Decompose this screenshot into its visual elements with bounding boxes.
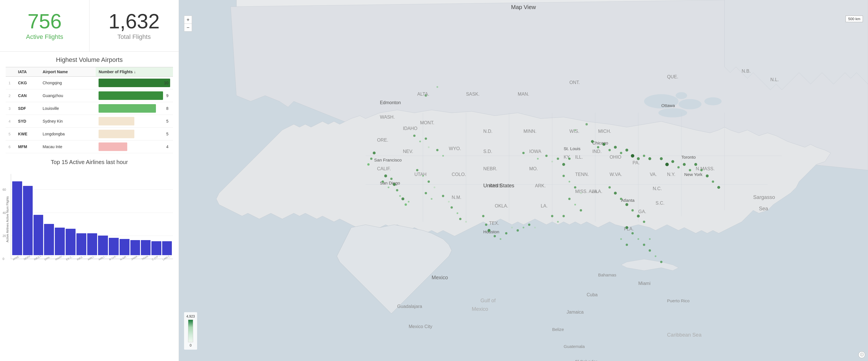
list-item: N AIRLI... [120,174,129,259]
zoom-out-button[interactable]: − [184,24,192,32]
svg-point-113 [431,198,433,200]
svg-point-106 [436,149,438,151]
row-number: 4 [6,115,16,128]
row-iata: SYD [16,115,40,128]
svg-point-166 [717,186,720,189]
svg-point-105 [428,146,430,148]
svg-point-135 [557,158,559,160]
table-row: 1 CKG Chongqing 10 [6,77,173,89]
svg-text:St. Louis: St. Louis [564,146,581,151]
svg-text:UTAH: UTAH [414,172,427,177]
bar-column [33,215,43,255]
svg-text:Guatemala: Guatemala [564,344,585,349]
col-iata-header: IATA [16,67,40,77]
row-flights-bar: 9 [96,89,173,102]
map-scale-label: 500 km [845,15,863,22]
svg-text:NEV.: NEV. [403,149,413,154]
svg-point-153 [637,157,640,160]
svg-text:TENN.: TENN. [575,172,589,177]
bar-column [12,182,22,255]
row-number: 6 [6,140,16,153]
svg-text:Caribbean Sea: Caribbean Sea [667,332,702,338]
svg-point-116 [451,206,453,208]
map-legend: 4,923 0 [184,312,197,350]
svg-point-149 [614,146,617,149]
svg-point-119 [465,221,467,223]
zoom-in-button[interactable]: + [184,15,192,24]
svg-point-183 [562,215,565,217]
svg-text:MAN.: MAN. [518,91,529,97]
svg-point-136 [562,163,565,166]
airlines-section: Top 15 Active Airlines last hour Active … [0,156,179,361]
svg-point-96 [393,183,396,186]
svg-text:OKLA.: OKLA. [495,203,508,208]
active-flights-number: 756 [28,11,62,32]
svg-point-138 [562,175,565,177]
svg-text:COLO.: COLO. [452,172,466,177]
bar-column [55,228,65,255]
svg-text:N.D.: N.D. [483,129,492,134]
svg-text:QUE.: QUE. [667,74,678,79]
svg-point-118 [459,218,462,220]
table-row: 4 SYD Sydney Kin 5 [6,115,173,128]
svg-text:Edmonton: Edmonton [380,100,401,105]
svg-text:Bahamas: Bahamas [598,272,616,277]
active-flights-label: Active Flights [26,33,63,41]
svg-text:Chicago: Chicago [592,140,609,145]
svg-point-107 [442,155,444,157]
list-item: AIRLINES [98,174,108,259]
svg-text:N.C.: N.C. [653,186,662,191]
map-controls[interactable]: + − [184,15,192,32]
svg-text:NEBR.: NEBR. [483,166,497,171]
row-airport-name: Chongqing [40,77,96,89]
svg-point-5 [658,108,687,117]
svg-point-180 [649,238,651,240]
svg-point-131 [522,152,525,154]
total-flights-label: Total Flights [117,33,151,41]
svg-text:MONT.: MONT. [420,120,434,125]
chart-grid: 0204060XPRESS...SERV...INES I...ERN AI..… [11,174,173,259]
svg-text:Belize: Belize [552,327,564,332]
legend-min-label: 0 [186,343,195,348]
svg-point-175 [631,232,634,234]
svg-point-173 [643,221,645,223]
svg-point-165 [712,180,714,183]
bar-column [120,239,129,255]
map-panel: Map View + − 500 km [179,0,868,361]
svg-point-177 [626,243,628,246]
svg-point-167 [609,186,611,189]
svg-point-129 [528,224,530,226]
row-airport-name: Longdongba [40,128,96,140]
svg-text:El Salvador: El Salvador [575,359,597,361]
bar-column [66,229,75,255]
svg-point-133 [545,155,548,157]
airports-table: IATA Airport Name Number of Flights ↓ 1 … [6,67,173,153]
svg-point-114 [442,195,444,197]
airlines-chart: Active Airlines Active Num Flights 02040… [6,168,173,259]
svg-point-186 [660,261,662,263]
svg-point-132 [537,158,539,160]
svg-text:S.C.: S.C. [655,200,664,205]
svg-text:MICH.: MICH. [598,129,611,134]
svg-point-100 [405,203,407,206]
svg-point-168 [614,192,617,194]
svg-point-94 [388,187,390,188]
svg-point-112 [425,192,427,194]
svg-point-151 [625,149,628,152]
list-item: JAMA... [130,174,140,259]
svg-point-130 [534,227,536,228]
svg-point-143 [574,204,576,205]
svg-text:WASH.: WASH. [380,114,395,120]
svg-point-170 [625,203,628,206]
svg-text:GA.: GA. [638,209,646,214]
list-item: SERV... [23,174,33,259]
bar-column [23,186,33,255]
legend-gradient [188,320,193,342]
map-info-button[interactable]: ⓘ [858,351,865,358]
svg-point-90 [370,158,372,160]
table-row: 2 CAN Guangzhou 9 [6,89,173,102]
row-airport-name: Louisville [40,102,96,115]
col-flights-header[interactable]: Number of Flights ↓ [96,67,173,77]
svg-text:VA.: VA. [650,172,657,177]
svg-point-154 [643,155,645,157]
